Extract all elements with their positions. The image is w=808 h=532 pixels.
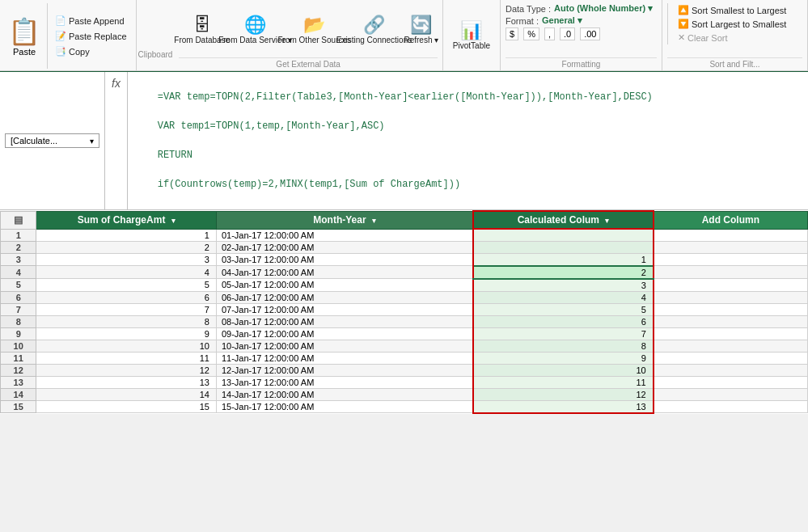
- month-year-cell[interactable]: 12-Jan-17 12:00:00 AM: [216, 364, 473, 376]
- sort-smallest-button[interactable]: 🔼 Sort Smallest to Largest: [675, 3, 796, 17]
- calculated-cell[interactable]: 10: [473, 364, 653, 376]
- month-year-cell[interactable]: 13-Jan-17 12:00:00 AM: [216, 376, 473, 388]
- charge-cell[interactable]: 2: [36, 241, 216, 253]
- charge-cell[interactable]: 15: [36, 400, 216, 413]
- month-year-cell[interactable]: 01-Jan-17 12:00:00 AM: [216, 229, 473, 241]
- calculated-cell[interactable]: 11: [473, 376, 653, 388]
- add-column-cell[interactable]: [654, 303, 808, 315]
- month-year-cell[interactable]: 10-Jan-17 12:00:00 AM: [216, 340, 473, 352]
- from-data-service-button[interactable]: 🌐 From Data Service ▾: [226, 14, 284, 48]
- month-year-cell[interactable]: 06-Jan-17 12:00:00 AM: [216, 291, 473, 303]
- month-year-cell[interactable]: 14-Jan-17 12:00:00 AM: [216, 388, 473, 400]
- copy-icon: 📑: [55, 46, 66, 57]
- add-column-cell[interactable]: [654, 388, 808, 400]
- month-col-dropdown-icon[interactable]: ▾: [372, 217, 376, 225]
- calculated-cell[interactable]: 1: [473, 253, 653, 266]
- add-column-cell[interactable]: [654, 241, 808, 253]
- month-year-cell[interactable]: 07-Jan-17 12:00:00 AM: [216, 303, 473, 315]
- month-year-cell[interactable]: 08-Jan-17 12:00:00 AM: [216, 315, 473, 327]
- calculated-cell[interactable]: 7: [473, 327, 653, 340]
- charge-cell[interactable]: 13: [36, 376, 216, 388]
- pivot-table-button[interactable]: 📊 PivotTable: [448, 3, 495, 69]
- table-row: 4404-Jan-17 12:00:00 AM2: [1, 266, 808, 279]
- add-column-cell[interactable]: [654, 266, 808, 279]
- row-number: 10: [1, 340, 36, 352]
- cell-name-box[interactable]: [Calculate... ▾: [5, 133, 99, 148]
- calculated-cell[interactable]: 12: [473, 388, 653, 400]
- charge-cell[interactable]: 1: [36, 229, 216, 241]
- calculated-cell[interactable]: 2: [473, 266, 653, 279]
- add-column-cell[interactable]: [654, 327, 808, 340]
- month-year-cell[interactable]: 03-Jan-17 12:00:00 AM: [216, 253, 473, 266]
- charge-cell[interactable]: 8: [36, 315, 216, 327]
- charge-cell[interactable]: 5: [36, 279, 216, 292]
- existing-connections-button[interactable]: 🔗 Existing Connections: [345, 14, 404, 48]
- charge-cell[interactable]: 10: [36, 340, 216, 352]
- col-header-month[interactable]: Month-Year ▾: [216, 211, 473, 229]
- calculated-cell[interactable]: 8: [473, 340, 653, 352]
- month-year-cell[interactable]: 05-Jan-17 12:00:00 AM: [216, 279, 473, 292]
- col-header-calculated[interactable]: Calculated Colum ▾: [473, 211, 653, 229]
- add-column-cell[interactable]: [654, 315, 808, 327]
- table-row: 121212-Jan-17 12:00:00 AM10: [1, 364, 808, 376]
- add-column-cell[interactable]: [654, 253, 808, 266]
- connections-icon: 🔗: [363, 16, 385, 34]
- charge-cell[interactable]: 4: [36, 266, 216, 279]
- percent-button[interactable]: %: [523, 27, 539, 40]
- add-column-cell[interactable]: [654, 229, 808, 241]
- col-header-add[interactable]: Add Column: [654, 211, 808, 229]
- charge-cell[interactable]: 9: [36, 327, 216, 340]
- data-table: ▤ Sum of ChargeAmt ▾ Month-Year ▾ Calcul…: [0, 210, 808, 414]
- comma-button[interactable]: ,: [544, 27, 555, 40]
- charge-cell[interactable]: 3: [36, 253, 216, 266]
- month-year-cell[interactable]: 11-Jan-17 12:00:00 AM: [216, 352, 473, 364]
- formula-text[interactable]: =VAR temp=TOPN(2,Filter(Table3,[Month-Ye…: [128, 72, 808, 209]
- charge-cell[interactable]: 11: [36, 352, 216, 364]
- add-column-cell[interactable]: [654, 279, 808, 292]
- from-other-sources-button[interactable]: 📂 From Other Sources: [286, 14, 343, 48]
- col-header-charge[interactable]: Sum of ChargeAmt ▾: [36, 211, 216, 229]
- paste-button[interactable]: 📋 Paste: [2, 3, 48, 69]
- row-number: 11: [1, 352, 36, 364]
- charge-cell[interactable]: 7: [36, 303, 216, 315]
- copy-button[interactable]: 📑 Copy: [51, 44, 131, 58]
- month-year-cell[interactable]: 15-Jan-17 12:00:00 AM: [216, 400, 473, 413]
- paste-replace-button[interactable]: 📝 Paste Replace: [51, 29, 131, 43]
- add-column-cell[interactable]: [654, 400, 808, 413]
- currency-button[interactable]: $: [506, 27, 518, 40]
- calculated-cell[interactable]: [473, 229, 653, 241]
- calculated-cell[interactable]: 5: [473, 303, 653, 315]
- charge-cell[interactable]: 12: [36, 364, 216, 376]
- add-column-cell[interactable]: [654, 352, 808, 364]
- grid-container[interactable]: ▤ Sum of ChargeAmt ▾ Month-Year ▾ Calcul…: [0, 210, 808, 414]
- calculated-cell[interactable]: 4: [473, 291, 653, 303]
- calculated-cell[interactable]: 6: [473, 315, 653, 327]
- decimal-down-button[interactable]: .00: [580, 27, 600, 40]
- charge-cell[interactable]: 6: [36, 291, 216, 303]
- add-column-cell[interactable]: [654, 291, 808, 303]
- calculated-cell[interactable]: 13: [473, 400, 653, 413]
- ribbon-toolbar: 📋 Paste 📄 Paste Append 📝 Paste Replace 📑…: [0, 0, 808, 71]
- month-year-cell[interactable]: 02-Jan-17 12:00:00 AM: [216, 241, 473, 253]
- sort-largest-button[interactable]: 🔽 Sort Largest to Smallest: [675, 17, 796, 31]
- calc-col-dropdown-icon[interactable]: ▾: [605, 217, 609, 225]
- month-year-cell[interactable]: 09-Jan-17 12:00:00 AM: [216, 327, 473, 340]
- table-row: 1101-Jan-17 12:00:00 AM: [1, 229, 808, 241]
- paste-append-button[interactable]: 📄 Paste Append: [51, 14, 131, 27]
- corner-header: ▤: [1, 211, 36, 229]
- add-column-cell[interactable]: [654, 364, 808, 376]
- clear-sort-button[interactable]: ✕ Clear Sort: [675, 31, 796, 44]
- calculated-cell[interactable]: 3: [473, 279, 653, 292]
- add-column-cell[interactable]: [654, 376, 808, 388]
- clear-sort-icon: ✕: [678, 32, 685, 43]
- fx-label: fx: [105, 72, 128, 209]
- charge-cell[interactable]: 14: [36, 388, 216, 400]
- decimal-up-button[interactable]: .0: [560, 27, 575, 40]
- calculated-cell[interactable]: 9: [473, 352, 653, 364]
- refresh-button[interactable]: 🔄 Refresh ▾: [405, 14, 438, 48]
- add-column-cell[interactable]: [654, 340, 808, 352]
- table-row: 101010-Jan-17 12:00:00 AM8: [1, 340, 808, 352]
- month-year-cell[interactable]: 04-Jan-17 12:00:00 AM: [216, 266, 473, 279]
- charge-col-dropdown-icon[interactable]: ▾: [171, 217, 176, 225]
- calculated-cell[interactable]: [473, 241, 653, 253]
